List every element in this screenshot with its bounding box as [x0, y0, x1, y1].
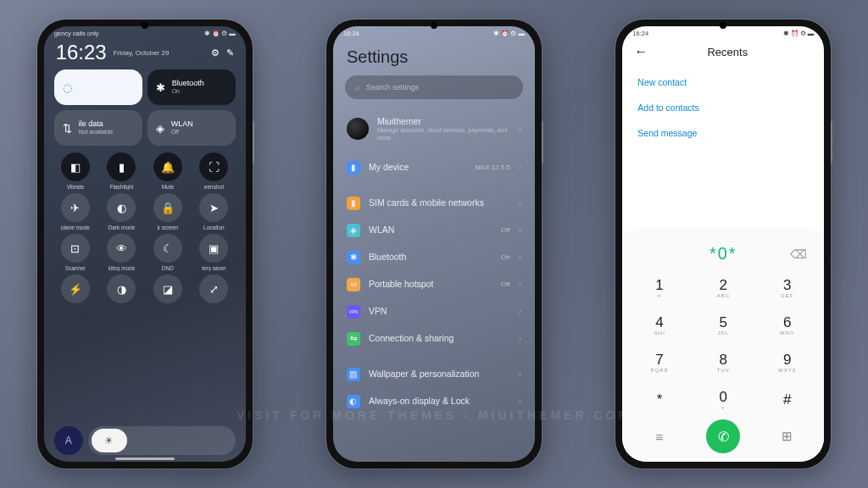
toggle-Mute[interactable]: 🔔Mute	[147, 152, 190, 190]
settings-row[interactable]: ▨Wallpaper & personalization›	[333, 361, 535, 388]
toggle-icon: ☾	[153, 234, 182, 263]
tile-mobile-data[interactable]: ⇅ ile dataNot available	[54, 110, 142, 146]
nav-pill[interactable]	[115, 458, 175, 460]
toggle-Flashlight[interactable]: ▮Flashlight	[100, 152, 143, 190]
toggle-eenshot[interactable]: ⛶eenshot	[192, 152, 236, 190]
toggle-13[interactable]: ◑	[100, 274, 143, 306]
carrier-text: gency calls only	[54, 30, 99, 37]
avatar	[347, 118, 369, 140]
dialer-link[interactable]: Send message	[637, 120, 809, 146]
toggle-icon: 🔔	[153, 152, 182, 181]
grid-button[interactable]: ⊞	[755, 429, 819, 444]
settings-row[interactable]: ⇔Portable hotspotOff›	[333, 271, 535, 298]
search-input[interactable]: ⌕ Search settings	[345, 75, 523, 99]
key-0[interactable]: 0+	[692, 380, 755, 418]
wifi-icon: ◈	[156, 122, 164, 135]
chevron-right-icon: ›	[519, 396, 521, 406]
key-9[interactable]: 9WXYZ	[755, 343, 819, 380]
toggle-label: k screen	[158, 225, 179, 230]
key-#[interactable]: #	[755, 380, 819, 418]
key-1[interactable]: 1∞	[627, 269, 691, 306]
tile-humidity[interactable]: ◌	[54, 69, 142, 105]
toggle-iding mode[interactable]: 👁iding mode	[100, 234, 143, 271]
toggle-icon: ➤	[199, 193, 228, 222]
page-title: Recents	[643, 46, 812, 58]
search-icon: ⌕	[355, 83, 359, 92]
dialed-number: *0*	[709, 244, 737, 263]
settings-icon[interactable]: ⚙	[211, 47, 220, 58]
toggle-Vibrate[interactable]: ◧Vibrate	[54, 152, 97, 190]
toggle-DND[interactable]: ☾DND	[147, 234, 190, 271]
toggle-tery saver[interactable]: ▣tery saver	[192, 234, 236, 271]
settings-row-profile[interactable]: Miuithemer Manage accounts, cloud servic…	[333, 108, 535, 154]
search-placeholder: Search settings	[366, 83, 419, 92]
key-*[interactable]: *	[627, 380, 691, 418]
toggle-k screen[interactable]: 🔒k screen	[147, 193, 190, 230]
toggle-icon: ◧	[61, 152, 90, 181]
row-icon: ⇆	[347, 332, 360, 346]
chevron-right-icon: ›	[519, 225, 521, 235]
phone-settings: 16:24 ✱ ⏰ ⚙ ▬ Settings ⌕ Search settings…	[326, 19, 542, 469]
key-8[interactable]: 8TUV	[692, 343, 755, 380]
edit-icon[interactable]: ✎	[226, 47, 234, 58]
toggle-label: eenshot	[204, 184, 224, 190]
toggle-icon: ▣	[199, 234, 228, 263]
toggle-icon: ⛶	[199, 152, 228, 181]
menu-button[interactable]: ≡	[627, 430, 691, 444]
row-icon: ▮	[347, 197, 360, 210]
toggle-15[interactable]: ⤢	[192, 274, 236, 306]
toggle-Location[interactable]: ➤Location	[192, 193, 236, 230]
toggle-label: Flashlight	[109, 184, 133, 190]
toggle-icon: ⚡	[61, 274, 90, 303]
toggle-plane mode[interactable]: ✈plane mode	[54, 193, 97, 230]
key-7[interactable]: 7PQRS	[627, 343, 691, 380]
status-time: 16:24	[632, 30, 648, 37]
toggle-14[interactable]: ◪	[147, 274, 190, 306]
settings-row[interactable]: VPNVPN›	[333, 298, 535, 325]
chevron-right-icon: ›	[519, 252, 521, 262]
toggle-label: Mute	[162, 184, 174, 190]
tile-wlan[interactable]: ◈ WLANOff	[147, 110, 236, 146]
key-5[interactable]: 5JKL	[692, 306, 755, 343]
key-3[interactable]: 3DEF	[755, 269, 819, 306]
brightness-handle[interactable]: ☀	[92, 429, 127, 452]
tile-bluetooth[interactable]: ✱ BluetoothOn	[147, 69, 236, 105]
auto-brightness-button[interactable]: A	[54, 426, 83, 455]
chevron-right-icon: ›	[519, 280, 521, 289]
settings-row[interactable]: ⇆Connection & sharing›	[333, 325, 535, 352]
dialpad: *0* ⌫ 1∞2ABC3DEF4GHI5JKL6MNO7PQRS8TUV9WX…	[622, 232, 824, 462]
settings-row[interactable]: ◐Always-on display & Lock›	[333, 388, 535, 415]
dialer-link[interactable]: New contact	[637, 69, 809, 95]
toggle-icon: 🔒	[153, 193, 182, 222]
toggle-Scanner[interactable]: ⊡Scanner	[54, 234, 97, 271]
toggle-label: DND	[162, 265, 174, 271]
toggle-icon: ◪	[153, 274, 182, 303]
chevron-right-icon: ›	[519, 163, 521, 172]
settings-row[interactable]: ◈WLANOff›	[333, 217, 535, 244]
settings-row[interactable]: ▮SIM cards & mobile networks›	[333, 190, 535, 217]
toggle-icon: 👁	[107, 234, 136, 263]
toggle-Dark mode[interactable]: ◐Dark mode	[100, 193, 143, 230]
status-time: 16:24	[343, 30, 359, 37]
settings-row[interactable]: ✱BluetoothOn›	[333, 244, 535, 271]
key-4[interactable]: 4GHI	[627, 306, 691, 343]
toggle-icon: ⤢	[199, 274, 228, 303]
toggle-icon: ⊡	[61, 234, 90, 263]
dialer-link[interactable]: Add to contacts	[637, 95, 809, 120]
chevron-right-icon: ›	[519, 125, 521, 134]
backspace-button[interactable]: ⌫	[790, 247, 807, 261]
toggle-label: tery saver	[202, 265, 226, 271]
chevron-right-icon: ›	[519, 198, 521, 208]
brightness-slider[interactable]: ☀	[88, 426, 236, 455]
toggle-12[interactable]: ⚡	[54, 274, 97, 306]
toggle-label: Dark mode	[108, 225, 136, 230]
toggle-label: Vibrate	[67, 184, 84, 190]
camera-notch	[431, 22, 437, 29]
call-button[interactable]: ✆	[706, 419, 740, 453]
key-2[interactable]: 2ABC	[692, 269, 755, 306]
settings-row[interactable]: ▮My deviceMIUI 12.5.5›	[333, 154, 535, 181]
toggle-icon: ▮	[107, 152, 136, 181]
status-icons: ✱ ⏰ ⚙ ▬	[493, 30, 525, 37]
row-icon: ▨	[347, 368, 360, 381]
key-6[interactable]: 6MNO	[755, 306, 819, 343]
